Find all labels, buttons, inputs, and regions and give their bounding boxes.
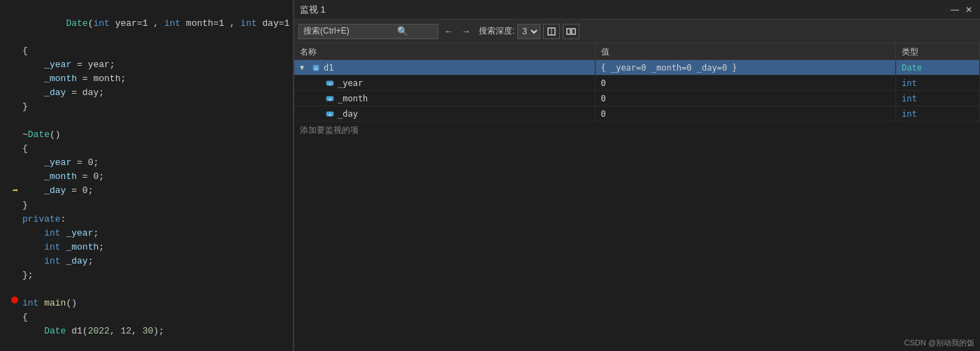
code-line: ➡ _____day = 0;: [6, 184, 293, 199]
watch-row-month[interactable]: d _month 0 int: [294, 91, 980, 106]
pin-icon: [547, 27, 556, 36]
line-code: ____int _month;: [22, 241, 290, 255]
search-label: 搜索(Ctrl+E): [303, 25, 350, 37]
svg-text:d: d: [315, 65, 317, 71]
watch-row-d1[interactable]: ▼ d d1 { _year=0 _month=0 _day=0 } Date: [294, 60, 980, 76]
token: ,: [131, 326, 143, 336]
token: Date: [66, 18, 87, 29]
code-line: _____year = year;: [6, 58, 293, 72]
attribution: CSDN @别动我的饭: [905, 338, 974, 348]
svg-text:d: d: [329, 112, 331, 116]
code-line: ____int _month;: [6, 241, 293, 255]
line-code: ____Date d1(2022, 12, 30);: [22, 324, 290, 338]
variable-icon-year: d: [325, 78, 335, 88]
token: = day;: [66, 87, 104, 98]
code-line: _____month = month;: [6, 72, 293, 86]
line-code: _____day = day;: [22, 86, 290, 100]
watch-toolbar: 搜索(Ctrl+E) 🔍 ← → 搜索深度: 1 2 3 4 5: [294, 20, 980, 43]
line-code: int main(): [22, 296, 290, 310]
watch-row-year-name-text: _year: [338, 78, 363, 88]
token: }: [22, 200, 28, 210]
watch-panel: 监视 1 — ✕ 搜索(Ctrl+E) 🔍 ← → 搜索深度: 1 2 3 4 …: [294, 0, 980, 351]
forward-button[interactable]: →: [459, 24, 473, 38]
token: 12: [120, 326, 131, 336]
token: = 0;: [71, 157, 99, 168]
minimize-button[interactable]: —: [949, 4, 960, 15]
svg-text:d: d: [329, 81, 331, 85]
token: day=1 ): [257, 18, 294, 29]
token: );: [153, 326, 164, 336]
line-code: ____int _year;: [22, 227, 290, 241]
watch-row-year[interactable]: d _year 0 int: [294, 76, 980, 91]
close-button[interactable]: ✕: [963, 4, 974, 15]
line-code: };: [22, 268, 290, 282]
columns-icon: [566, 27, 576, 36]
token: int: [44, 256, 60, 266]
depth-label: 搜索深度:: [479, 25, 514, 37]
code-line: ____int _year;: [6, 227, 293, 241]
line-code: private:: [22, 213, 290, 227]
token: ;: [93, 228, 99, 238]
token: (): [66, 298, 77, 308]
pin-button[interactable]: [543, 24, 560, 39]
token: (): [50, 129, 61, 140]
variable-icon-month: d: [325, 94, 335, 103]
line-code: _____month = month;: [22, 72, 290, 86]
token: _year: [66, 228, 93, 238]
line-code: [22, 282, 290, 296]
token: _year: [44, 157, 71, 168]
token: ,: [110, 326, 121, 336]
token: private: [22, 214, 61, 224]
line-code: ____int _day;: [22, 255, 290, 268]
code-content: Date(int year=1 , int month=1 , int day=…: [0, 0, 293, 351]
columns-button[interactable]: [563, 24, 579, 39]
token: Date: [28, 129, 50, 140]
token: _month: [66, 242, 99, 252]
token: _month: [44, 73, 77, 84]
search-icon: 🔍: [397, 26, 408, 37]
line-code: }: [22, 199, 290, 213]
token: year=1 ,: [110, 18, 164, 29]
search-container: 搜索(Ctrl+E) 🔍: [298, 24, 438, 39]
watch-title-bar: 监视 1 — ✕: [294, 0, 980, 20]
code-line: [6, 114, 293, 128]
expand-icon[interactable]: ▼: [300, 64, 308, 71]
watch-row-year-name: d _year: [294, 76, 596, 90]
depth-select[interactable]: 1 2 3 4 5: [517, 24, 540, 39]
watch-row-day[interactable]: d _day 0 int: [294, 106, 980, 122]
watch-row-d1-value: { _year=0 _month=0 _day=0 }: [596, 60, 897, 75]
token: _day: [66, 256, 87, 266]
token: main: [44, 298, 66, 308]
line-code: {: [22, 142, 290, 156]
token: d1(: [66, 326, 87, 336]
token: int: [22, 298, 38, 308]
token: {: [22, 143, 28, 154]
token: int: [164, 18, 180, 29]
line-code: _____month = 0;: [22, 170, 290, 184]
add-watch-row[interactable]: 添加要监视的项: [294, 122, 980, 139]
search-input[interactable]: [352, 27, 394, 36]
token: = 0;: [66, 185, 93, 196]
back-button[interactable]: ←: [441, 24, 456, 38]
watch-row-d1-type: Date: [896, 60, 980, 75]
line-code: {: [22, 44, 290, 58]
watch-row-month-name: d _month: [294, 91, 596, 106]
token: 2022: [88, 326, 110, 336]
token: ;: [88, 256, 94, 266]
watch-row-month-name-text: _month: [338, 94, 368, 103]
token: _day: [44, 87, 66, 98]
watch-row-day-name: d _day: [294, 106, 596, 121]
token: ~: [22, 129, 28, 140]
code-line: };: [6, 268, 293, 282]
token: month=1 ,: [180, 18, 240, 29]
watch-row-day-type: int: [896, 106, 980, 121]
table-header: 名称 值 类型: [294, 43, 980, 60]
breakpoint-indicator: [8, 296, 22, 303]
token: }: [22, 101, 28, 112]
token: };: [22, 270, 34, 280]
token: int: [44, 228, 60, 238]
watch-table: 名称 值 类型 ▼ d d1 { _year=0 _month=0 _day=0…: [294, 43, 980, 351]
breakpoint-dot: [11, 296, 18, 303]
svg-text:d: d: [329, 96, 331, 101]
line-code: [22, 114, 290, 128]
